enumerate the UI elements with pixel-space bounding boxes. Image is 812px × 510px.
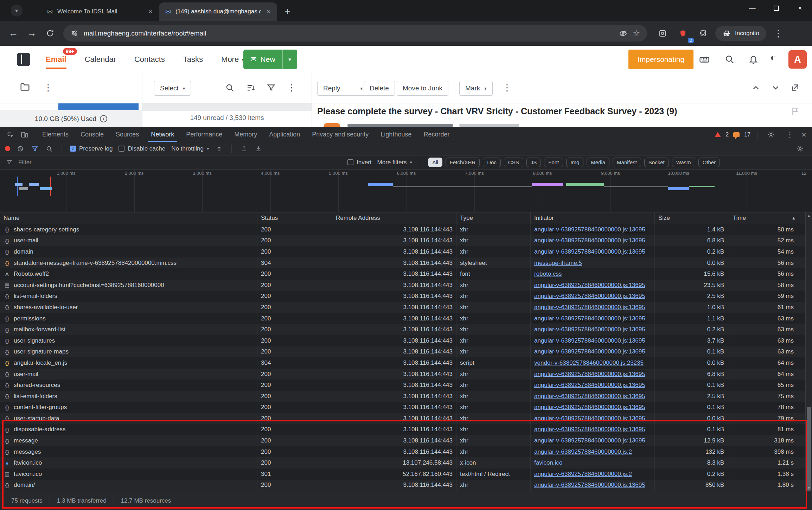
network-request-row[interactable]: {}messages2003.108.116.144:443xhrangular… [0, 446, 812, 458]
device-toolbar-icon[interactable] [18, 129, 32, 140]
network-request-row[interactable]: {}user-signatures2003.108.116.144:443xhr… [0, 335, 812, 346]
network-request-row[interactable]: ▤favicon.ico30152.167.82.160:443text/htm… [0, 468, 812, 480]
request-name-cell[interactable]: ARoboto.woff2 [0, 268, 257, 280]
previous-message-chevron-icon[interactable] [751, 83, 761, 93]
network-request-row[interactable]: {}user-startup-data2003.108.116.144:443x… [0, 413, 812, 424]
more-filters-dropdown[interactable]: More filters ▾ [377, 159, 413, 166]
initiator-link[interactable]: vendor-v-638925788460000000.js:23235 [534, 359, 644, 366]
eye-blocked-icon[interactable] [619, 29, 627, 38]
initiator-link[interactable]: angular-v-638925788460000000.js:13695 [534, 293, 645, 300]
back-button[interactable]: ← [5, 25, 22, 42]
request-name-cell[interactable]: {}domain [0, 246, 257, 257]
initiator-link[interactable]: angular-v-638925788460000000.js:13695 [534, 415, 645, 422]
initiator-link[interactable]: angular-v-638925788460000000.js:13695 [534, 282, 645, 289]
table-scrollbar[interactable]: ▲ ▼ [805, 212, 812, 491]
tab-close-icon[interactable]: × [147, 7, 154, 16]
list-menu-kebab-icon[interactable]: ⋮ [287, 83, 296, 92]
network-request-row[interactable]: {}user-signature-maps2003.108.116.144:44… [0, 346, 812, 358]
invert-checkbox[interactable] [347, 159, 353, 165]
request-name-cell[interactable]: {}disposable-address [0, 424, 257, 435]
devtools-tab-lighthouse[interactable]: Lighthouse [375, 127, 417, 142]
devtools-tab-privacy-and-security[interactable]: Privacy and security [306, 127, 375, 142]
impersonating-button[interactable]: Impersonating [628, 50, 693, 69]
filter-chip-css[interactable]: CSS [504, 158, 523, 167]
scrollbar-thumb[interactable] [807, 407, 811, 491]
request-name-cell[interactable]: {}message [0, 435, 257, 446]
disable-cache-checkbox[interactable] [119, 146, 124, 152]
forward-button[interactable]: → [23, 25, 40, 42]
notifications-bell-icon[interactable] [748, 54, 759, 64]
network-request-row[interactable]: ARoboto.woff22003.108.116.144:443fontrob… [0, 268, 812, 280]
filter-chip-other[interactable]: Other [698, 158, 720, 167]
filter-funnel-icon[interactable] [267, 83, 276, 92]
request-name-cell[interactable]: {}user-mail [0, 235, 257, 247]
inspect-element-icon[interactable] [4, 129, 18, 140]
filter-toggle-icon[interactable] [31, 143, 39, 154]
move-to-junk-button[interactable]: Move to Junk [397, 81, 448, 96]
network-request-row[interactable]: {}permissions2003.108.116.144:443xhrangu… [0, 313, 812, 324]
reload-button[interactable] [41, 25, 58, 42]
initiator-link[interactable]: angular-v-638925788460000000.js:13695 [534, 237, 645, 244]
nav-item-more[interactable]: More ▾ [221, 55, 244, 64]
request-name-cell[interactable]: {}domain/ [0, 480, 257, 491]
network-request-row[interactable]: {}mailbox-forward-list2003.108.116.144:4… [0, 324, 812, 335]
initiator-link[interactable]: angular-v-638925788460000000.js:13695 [534, 248, 645, 255]
new-tab-button[interactable]: + [280, 4, 295, 19]
flag-icon[interactable] [791, 106, 800, 116]
lens-region-icon[interactable] [654, 25, 671, 42]
adblock-extension-icon[interactable]: 2 [674, 25, 691, 42]
delete-button[interactable]: Delete [364, 81, 395, 96]
devtools-tab-memory[interactable]: Memory [228, 127, 263, 142]
network-request-row[interactable]: {}message2003.108.116.144:443xhrangular-… [0, 435, 812, 446]
network-conditions-icon[interactable] [215, 143, 223, 154]
network-request-row[interactable]: {}content-filter-groups2003.108.116.144:… [0, 402, 812, 413]
request-name-cell[interactable]: ▤account-settings.html?cachebust=6389257… [0, 280, 257, 291]
request-name-cell[interactable]: {}shares-category-settings [0, 224, 257, 235]
column-header-name[interactable]: Name [0, 212, 257, 224]
column-header-remote-address[interactable]: Remote Address [332, 212, 456, 224]
devtools-settings-gear-icon[interactable] [764, 129, 778, 140]
filter-chip-font[interactable]: Font [544, 158, 563, 167]
request-name-cell[interactable]: {}mailbox-forward-list [0, 324, 257, 335]
browser-tab-active-mailbox[interactable]: ✉ (149) aashish.dua@meghagas.c × [159, 2, 277, 21]
nav-item-email[interactable]: Email 99+ [46, 55, 66, 64]
initiator-link[interactable]: angular-v-638925788460000000.js:13695 [534, 426, 645, 433]
column-header-type[interactable]: Type [456, 212, 531, 224]
select-dropdown[interactable]: Select ▾ [154, 81, 191, 96]
disable-cache-checkbox-row[interactable]: Disable cache [119, 145, 165, 152]
scroll-down-icon[interactable]: ▼ [806, 486, 812, 490]
throttling-dropdown[interactable]: No throttling ▾ [171, 145, 209, 152]
initiator-link[interactable]: angular-v-638925788460000000.js:2 [534, 448, 632, 455]
filter-chip-media[interactable]: Media [587, 158, 609, 167]
devtools-tab-recorder[interactable]: Recorder [417, 127, 455, 142]
sort-icon[interactable] [246, 83, 256, 93]
message-list-item-partial[interactable] [142, 103, 312, 111]
initiator-link[interactable]: angular-v-638925788460000000.js:13695 [534, 348, 645, 355]
incognito-badge[interactable]: Incognito [715, 26, 766, 41]
list-search-icon[interactable] [225, 83, 235, 93]
new-message-button[interactable]: ✉ New ▾ [243, 50, 297, 69]
reply-split-button[interactable]: Reply ▾ [317, 81, 367, 96]
url-text[interactable]: mail.meghaeng.com/interface/root#/email [84, 30, 614, 37]
filter-chip-doc[interactable]: Doc [483, 158, 501, 167]
folder-menu-kebab-icon[interactable]: ⋮ [44, 83, 53, 92]
devtools-tab-console[interactable]: Console [75, 127, 110, 142]
network-request-row[interactable]: {}list-email-folders2003.108.116.144:443… [0, 291, 812, 302]
open-in-new-window-icon[interactable] [791, 83, 800, 92]
request-name-cell[interactable]: ▤favicon.ico [0, 468, 257, 480]
column-header-status[interactable]: Status [257, 212, 332, 224]
network-request-row[interactable]: {}shares-available-to-user2003.108.116.1… [0, 302, 812, 313]
network-overview-timeline[interactable]: 1,000 ms2,000 ms3,000 ms4,000 ms5,000 ms… [0, 170, 812, 212]
devtools-tab-elements[interactable]: Elements [36, 127, 75, 142]
filter-chip-socket[interactable]: Socket [644, 158, 669, 167]
column-header-initiator[interactable]: Initiator [531, 212, 655, 224]
devtools-menu-kebab-icon[interactable]: ⋮ [783, 129, 797, 140]
request-name-cell[interactable]: {}permissions [0, 313, 257, 324]
network-request-row[interactable]: {}domain/2003.108.116.144:443xhrangular-… [0, 480, 812, 491]
folder-icon[interactable] [20, 82, 30, 92]
address-bar[interactable]: mail.meghaeng.com/interface/root#/email … [63, 25, 647, 42]
initiator-link[interactable]: angular-v-638925788460000000.js:13695 [534, 304, 645, 311]
selected-folder-highlight[interactable] [58, 103, 139, 110]
initiator-link[interactable]: angular-v-638925788460000000.js:13695 [534, 482, 645, 489]
import-har-icon[interactable] [254, 143, 263, 154]
